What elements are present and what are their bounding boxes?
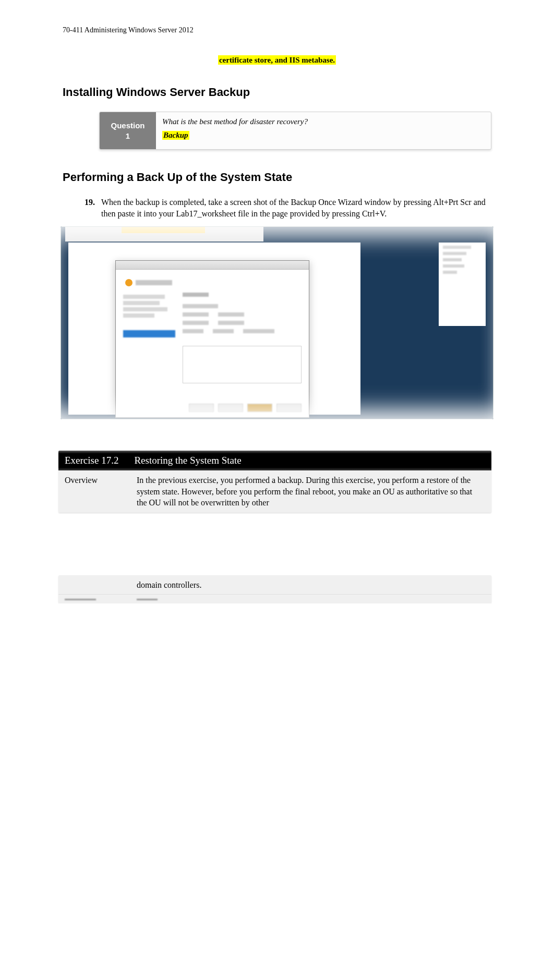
section-heading-install: Installing Windows Server Backup — [63, 86, 491, 99]
exercise-block: Exercise 17.2 Restoring the System State… — [58, 451, 491, 513]
step-number: 19. — [74, 197, 101, 219]
exercise-number: Exercise 17.2 — [65, 455, 118, 466]
section-heading-backup: Performing a Back Up of the System State — [63, 171, 491, 184]
exercise-overview-label: Overview — [58, 470, 137, 513]
exercise-title: Restoring the System State — [134, 455, 241, 466]
question-label-line1: Question — [107, 120, 149, 131]
exercise-overview-tail: domain controllers. — [137, 575, 491, 594]
exercise-overview-text: In the previous exercise, you performed … — [137, 470, 491, 513]
question-text: What is the best method for disaster rec… — [162, 117, 483, 126]
step-19: 19. When the backup is completed, take a… — [74, 197, 491, 219]
highlight-fragment-text: certificate store, and IIS metabase. — [218, 55, 336, 65]
question-box: Question 1 What is the best method for d… — [99, 112, 491, 150]
exercise-overview-row: Overview In the previous exercise, you p… — [58, 470, 491, 513]
question-label-line2: 1 — [107, 131, 149, 141]
question-label: Question 1 — [100, 112, 156, 149]
screenshot-backup-wizard — [61, 226, 493, 419]
highlight-fragment: certificate store, and IIS metabase. — [63, 55, 491, 65]
question-answer: Backup — [162, 131, 189, 140]
exercise-header: Exercise 17.2 Restoring the System State — [58, 451, 491, 470]
exercise-block-continued: domain controllers. ▬▬▬▬▬▬ ▬▬▬▬ — [58, 575, 491, 603]
running-header: 70-411 Administering Windows Server 2012 — [63, 26, 491, 34]
step-text: When the backup is completed, take a scr… — [101, 197, 491, 219]
